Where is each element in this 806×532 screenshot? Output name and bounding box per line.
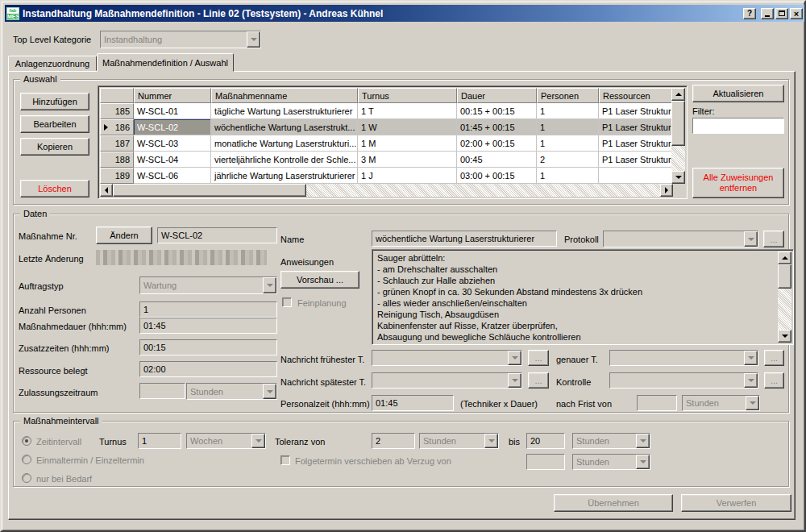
uebernehmen-button: Übernehmen xyxy=(554,494,673,512)
table-row[interactable]: 189 W-SCL-06 jährliche Wartung Laserstru… xyxy=(100,168,673,184)
anzahl-personen-field[interactable]: 1 xyxy=(139,301,277,318)
table-header-row: Nummer Maßnahmenname Turnus Dauer Person… xyxy=(100,88,673,103)
massnahme-nr-field[interactable]: W-SCL-02 xyxy=(157,227,277,243)
chevron-down-icon xyxy=(744,351,758,365)
turnus-field: 1 xyxy=(138,433,181,449)
header-nummer: Nummer xyxy=(134,88,211,103)
ressource-belegt-field[interactable]: 02:00 xyxy=(139,361,277,377)
auswahl-group: Auswahl Hinzufügen Bearbeiten Kopieren L… xyxy=(13,79,789,205)
help-button[interactable]: ? xyxy=(743,8,756,19)
nachricht-fruehester-more-button: ... xyxy=(528,350,549,366)
scroll-down-icon[interactable] xyxy=(671,171,685,184)
nachricht-spaetester-label: Nachricht spätester T. xyxy=(280,377,366,387)
toleranz-bis-unit-select: Stunden xyxy=(572,433,650,449)
chevron-down-icon xyxy=(508,351,521,365)
scrollbar-thumb[interactable] xyxy=(113,184,306,197)
table-horizontal-scrollbar[interactable] xyxy=(100,184,673,197)
zusatzzeiten-label: Zusatzzeiten (hhh:mm) xyxy=(19,343,109,353)
scroll-down-icon[interactable] xyxy=(778,330,791,343)
ressource-belegt-label: Ressource belegt xyxy=(19,366,88,376)
minimize-icon xyxy=(765,15,770,17)
window-title: Instandhaltung Maßnahmendefinition - Lin… xyxy=(23,8,742,19)
table-row[interactable]: 188 W-SCL-04 vierteljährliche Kontrolle … xyxy=(100,152,673,168)
zulassungszeitraum-unit-select: Stunden xyxy=(186,383,277,400)
letzte-aenderung-redacted-value xyxy=(96,250,267,265)
kopieren-button[interactable]: Kopieren xyxy=(20,138,89,156)
scrollbar-thumb[interactable] xyxy=(671,101,685,146)
folgetermin-unit-select: Stunden xyxy=(572,454,650,470)
chevron-down-icon xyxy=(484,434,498,448)
minimize-button[interactable] xyxy=(761,8,774,19)
scroll-right-icon[interactable] xyxy=(660,184,673,197)
anweisungen-textarea[interactable]: Sauger abrütteln: - am Drehschalter auss… xyxy=(372,249,794,345)
nachricht-fruehester-label: Nachricht frühester T. xyxy=(280,355,364,364)
folgetermin-field xyxy=(526,454,565,470)
genauer-termin-label: genauer T. xyxy=(556,355,598,364)
table-row[interactable]: 187 W-SCL-03 monatliche Wartung Laserstr… xyxy=(100,135,673,152)
name-field[interactable]: wöchentliche Wartung Laserstrukturierer xyxy=(372,231,557,247)
einmaltermin-radio xyxy=(22,455,31,464)
kontrolle-label: Kontrolle xyxy=(556,377,591,387)
anzahl-personen-label: Anzahl Personen xyxy=(19,305,86,315)
hinzufuegen-button[interactable]: Hinzufügen xyxy=(20,93,89,110)
scroll-left-icon[interactable] xyxy=(100,184,113,197)
aendern-button[interactable]: Ändern xyxy=(96,227,152,244)
table-row[interactable]: 185 W-SCL-01 tägliche Wartung Laserstruk… xyxy=(100,103,673,119)
nach-frist-unit-select: Stunden xyxy=(682,395,760,411)
table-row-selected[interactable]: 186 W-SCL-02 wöchentliche Wartung Lasers… xyxy=(100,119,673,135)
aktualisieren-button[interactable]: Aktualisieren xyxy=(692,85,784,102)
chevron-down-icon xyxy=(263,384,276,399)
header-massnahmenname: Maßnahmenname xyxy=(211,88,358,103)
filter-input[interactable] xyxy=(693,118,783,133)
header-turnus: Turnus xyxy=(358,88,457,103)
nur-bei-bedarf-label: nur bei Bedarf xyxy=(36,474,92,484)
bearbeiten-button[interactable]: Bearbeiten xyxy=(20,115,89,133)
alle-zuweisungen-entfernen-button[interactable]: Alle Zuweisungen entfernen xyxy=(692,168,784,198)
toleranz-von-unit-select: Stunden xyxy=(419,433,499,449)
zulassungszeitraum-field xyxy=(139,383,185,399)
scroll-up-icon[interactable] xyxy=(671,88,685,101)
chevron-down-icon xyxy=(636,434,650,448)
personalzeit-label: Personalzeit (hhh:mm) xyxy=(280,399,370,409)
tab-anlagenzuordnung[interactable]: Anlagenzuordnung xyxy=(8,56,97,71)
chevron-down-icon xyxy=(508,373,521,388)
maximize-button[interactable] xyxy=(775,8,788,19)
personalzeit-hint: (Techniker x Dauer) xyxy=(460,399,538,409)
auswahl-legend: Auswahl xyxy=(20,74,60,85)
close-icon: × xyxy=(794,10,799,18)
filter-label: Filter: xyxy=(692,106,715,116)
scrollbar-thumb[interactable] xyxy=(778,264,791,289)
anweisungen-label: Anweisungen xyxy=(280,257,334,267)
top-level-kategorie-select: Instandhaltung xyxy=(100,31,261,48)
massnahmedauer-field[interactable]: 01:45 xyxy=(139,318,277,334)
top-level-kategorie-label: Top Level Kategorie xyxy=(13,35,91,44)
zusatzzeiten-field[interactable]: 00:15 xyxy=(139,339,277,355)
title-bar: fab MES Instandhaltung Maßnahmendefiniti… xyxy=(5,5,804,22)
einmaltermin-label: Einmaltermin / Einzeltermin xyxy=(36,455,144,465)
toleranz-von-label: Toleranz von xyxy=(275,437,325,447)
auftragstyp-select: Wartung xyxy=(139,276,277,294)
tab-massnahmendefinition[interactable]: Maßnahmendefinition / Auswahl xyxy=(97,53,234,72)
app-window: fab MES Instandhaltung Maßnahmendefiniti… xyxy=(0,0,806,532)
toleranz-von-field: 2 xyxy=(372,433,415,449)
loeschen-button[interactable]: Löschen xyxy=(20,180,89,197)
scroll-up-icon[interactable] xyxy=(778,251,791,264)
massnahmeintervall-legend: Maßnahmeintervall xyxy=(20,416,102,426)
row-marker-icon xyxy=(104,124,108,131)
personalzeit-field[interactable]: 01:45 xyxy=(372,395,454,411)
chevron-down-icon xyxy=(247,31,260,48)
close-button[interactable]: × xyxy=(790,8,803,19)
vorschau-button[interactable]: Vorschau ... xyxy=(280,271,359,289)
protokoll-more-button: ... xyxy=(763,231,784,247)
feinplanung-label: Feinplanung xyxy=(297,298,347,308)
textarea-vertical-scrollbar[interactable] xyxy=(778,251,791,343)
header-personen: Personen xyxy=(537,88,599,103)
verwerfen-button: Verwerfen xyxy=(681,494,791,512)
turnus-label: Turnus xyxy=(99,437,127,447)
nach-frist-label: nach Frist von xyxy=(556,399,612,409)
table-vertical-scrollbar[interactable] xyxy=(671,88,685,184)
chevron-down-icon xyxy=(746,396,759,410)
header-ressourcen: Ressourcen xyxy=(599,88,673,103)
massnahmen-table: Nummer Maßnahmenname Turnus Dauer Person… xyxy=(98,85,688,199)
zeitintervall-label: Zeitintervall xyxy=(36,437,81,447)
